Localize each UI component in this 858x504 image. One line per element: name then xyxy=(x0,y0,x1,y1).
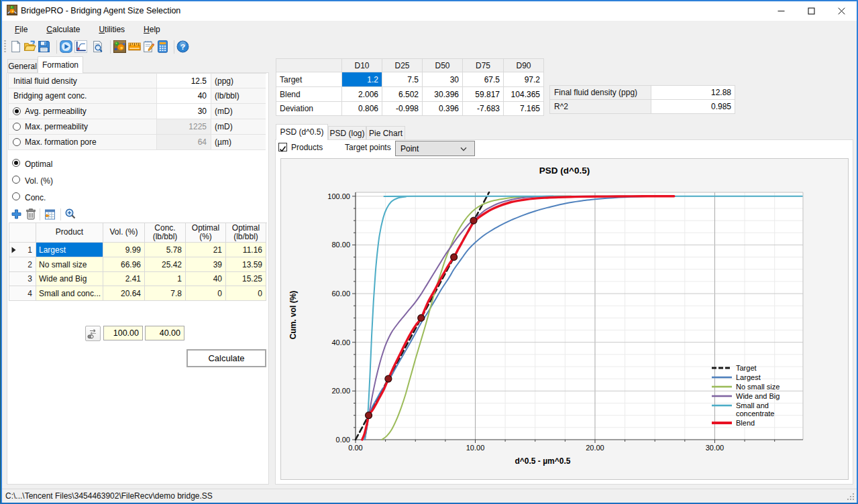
d-table-cell-deviation-d50[interactable]: 0.396 xyxy=(423,102,463,116)
edit-note-icon[interactable] xyxy=(142,40,155,53)
products-header-optimal-lb[interactable]: Optimal (lb/bbl) xyxy=(226,223,266,243)
products-cell-product-3[interactable]: Wide and Big xyxy=(36,272,103,286)
form-value-avg-permeability[interactable]: 30 xyxy=(157,104,211,119)
help-icon[interactable]: ? xyxy=(176,40,189,53)
tab-pie-chart[interactable]: Pie Chart xyxy=(366,126,405,140)
tab-psd-log[interactable]: PSD (log) xyxy=(328,126,366,140)
form-unit-ppg: (ppg) xyxy=(211,74,266,88)
run-icon[interactable] xyxy=(60,40,72,53)
d-table-cell-target-d10[interactable]: 1.2 xyxy=(342,72,382,87)
calculate-button[interactable]: Calculate xyxy=(186,349,266,367)
legend-item: Target xyxy=(712,364,800,372)
menu-help[interactable]: Help xyxy=(138,21,166,38)
tab-formation[interactable]: Formation xyxy=(38,56,83,73)
minimize-button[interactable] xyxy=(766,1,796,21)
d-table-cell-blend-d50[interactable]: 30.396 xyxy=(423,87,463,102)
result-value-r2[interactable]: 0.985 xyxy=(651,100,735,114)
menu-utilities[interactable]: Utilities xyxy=(93,21,131,38)
d-table-cell-deviation-d90[interactable]: 7.165 xyxy=(504,102,544,116)
products-checkbox[interactable] xyxy=(278,143,287,151)
chart-axes-icon[interactable] xyxy=(74,40,87,53)
d-table-header-d50[interactable]: D50 xyxy=(423,59,463,72)
zoom-icon[interactable] xyxy=(64,208,76,220)
d-table-cell-deviation-d75[interactable]: -7.683 xyxy=(463,102,504,116)
d-table-header-d10[interactable]: D10 xyxy=(342,59,382,72)
radio-vol-percent[interactable] xyxy=(12,176,20,184)
products-cell-product-2[interactable]: No small size xyxy=(36,257,103,272)
delete-product-icon[interactable] xyxy=(25,208,36,220)
resize-grip-icon[interactable] xyxy=(847,493,855,501)
products-cell-vol-3[interactable]: 2.41 xyxy=(103,272,145,286)
products-rowheader-4[interactable]: 4 xyxy=(9,286,36,301)
products-cell-optlb-4[interactable]: 0 xyxy=(226,286,266,301)
print-preview-icon[interactable] xyxy=(91,40,104,53)
ruler-icon[interactable] xyxy=(128,40,141,53)
products-cell-product-4[interactable]: Small and conc... xyxy=(36,286,103,301)
form-value-max-permeability[interactable]: 1225 xyxy=(157,119,211,135)
products-cell-vol-4[interactable]: 20.64 xyxy=(103,286,145,301)
products-header-product[interactable]: Product xyxy=(36,223,103,243)
save-icon[interactable] xyxy=(38,40,50,53)
products-cell-conc-1[interactable]: 5.78 xyxy=(145,243,186,257)
radio-optimal[interactable] xyxy=(12,159,20,167)
form-value-bridging-agent-conc[interactable]: 40 xyxy=(157,88,211,104)
d-table-cell-blend-d25[interactable]: 6.502 xyxy=(382,87,423,102)
d-table-cell-deviation-d25[interactable]: -0.998 xyxy=(382,102,423,116)
menu-file[interactable]: File xyxy=(9,21,34,38)
menu-calculate[interactable]: Calculate xyxy=(40,21,86,38)
d-table-cell-target-d90[interactable]: 97.2 xyxy=(504,72,544,87)
calculator-icon[interactable] xyxy=(156,40,169,53)
products-rowheader-2[interactable]: 2 xyxy=(9,257,36,272)
products-cell-optlb-2[interactable]: 13.59 xyxy=(226,257,266,272)
products-header-vol[interactable]: Vol. (%) xyxy=(103,223,145,243)
result-value-final-fluid-density[interactable]: 12.88 xyxy=(651,86,735,100)
toolbar-grip[interactable] xyxy=(4,40,6,54)
products-cell-conc-3[interactable]: 1 xyxy=(145,272,186,286)
form-value-max-formation-pore[interactable]: 64 xyxy=(157,135,211,150)
products-cell-optpct-1[interactable]: 21 xyxy=(186,243,226,257)
d-table-cell-target-d50[interactable]: 30 xyxy=(423,72,463,87)
total-concentration-input[interactable]: 40.00 xyxy=(145,326,184,340)
d-table-header-d25[interactable]: D25 xyxy=(382,59,423,72)
d-table-cell-blend-d75[interactable]: 59.817 xyxy=(463,87,504,102)
swap-button[interactable] xyxy=(85,326,101,341)
add-product-icon[interactable] xyxy=(11,209,21,219)
products-cell-optlb-1[interactable]: 11.16 xyxy=(226,243,266,257)
products-cell-optpct-2[interactable]: 39 xyxy=(186,257,226,272)
radio-avg-permeability[interactable] xyxy=(13,107,21,115)
products-header-conc[interactable]: Conc. (lb/bbl) xyxy=(145,223,186,243)
d-table-cell-blend-d90[interactable]: 104.365 xyxy=(504,87,544,102)
radio-max-formation-pore[interactable] xyxy=(13,138,21,146)
products-rowheader-3[interactable]: 3 xyxy=(9,272,36,286)
products-cell-optlb-3[interactable]: 15.25 xyxy=(226,272,266,286)
products-cell-vol-1[interactable]: 9.99 xyxy=(103,243,145,257)
products-cell-optpct-4[interactable]: 0 xyxy=(186,286,226,301)
products-header-optimal-pct[interactable]: Optimal (%) xyxy=(186,223,226,243)
form-value-initial-fluid-density[interactable]: 12.5 xyxy=(157,74,211,88)
total-volume-input[interactable]: 100.00 xyxy=(103,326,143,340)
d-table-header-d90[interactable]: D90 xyxy=(504,59,544,72)
d-table-cell-blend-d10[interactable]: 2.006 xyxy=(342,87,382,102)
maximize-button[interactable] xyxy=(796,1,826,21)
d-table-cell-target-d75[interactable]: 67.5 xyxy=(463,72,504,87)
products-cell-vol-2[interactable]: 66.96 xyxy=(103,257,145,272)
tab-general[interactable]: General xyxy=(7,59,38,73)
chart-plot-area[interactable]: 0.0010.0020.0030.000.0020.0040.0060.0080… xyxy=(281,159,848,479)
d-table-header-d75[interactable]: D75 xyxy=(463,59,504,72)
d-table-cell-deviation-d10[interactable]: 0.806 xyxy=(342,102,382,116)
products-rowheader-1[interactable]: 1 xyxy=(9,243,36,257)
products-cell-conc-2[interactable]: 25.42 xyxy=(145,257,186,272)
particles-icon[interactable] xyxy=(113,40,126,53)
radio-conc[interactable] xyxy=(12,192,20,200)
new-file-icon[interactable] xyxy=(9,40,22,53)
products-cell-product-1[interactable]: Largest xyxy=(36,243,103,257)
close-button[interactable] xyxy=(826,1,857,21)
radio-max-permeability[interactable] xyxy=(13,123,21,131)
d-table-cell-target-d25[interactable]: 7.5 xyxy=(382,72,423,87)
target-points-dropdown[interactable]: Point xyxy=(395,141,475,156)
tab-psd-d05[interactable]: PSD (d^0.5) xyxy=(276,124,328,140)
products-cell-optpct-3[interactable]: 40 xyxy=(186,272,226,286)
import-table-icon[interactable] xyxy=(44,209,56,220)
products-cell-conc-4[interactable]: 7.8 xyxy=(145,286,186,301)
open-folder-icon[interactable] xyxy=(23,40,36,53)
